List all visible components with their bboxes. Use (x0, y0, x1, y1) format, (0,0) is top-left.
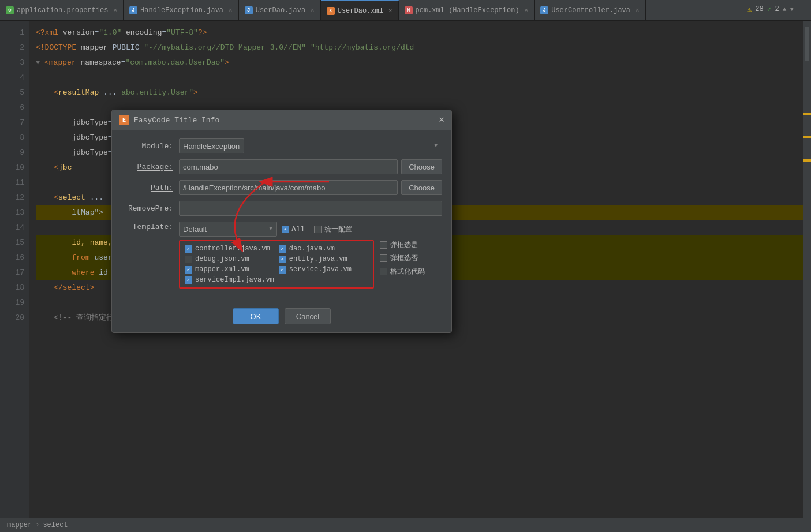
code-line-1: <?xml version="1.0" encoding="UTF-8"?> (36, 25, 811, 40)
status-bar: mapper › select (0, 518, 811, 532)
tanframe-shishi-item: 弹框选是 (380, 240, 425, 250)
all-label: All (291, 225, 305, 234)
tab-handle-exception[interactable]: J HandleException.java × (124, 0, 239, 20)
dao-label: dao.java.vm (289, 245, 335, 253)
tab-icon-userdao-xml: X (327, 7, 335, 15)
chevron-up-icon[interactable]: ▲ (783, 6, 787, 13)
default-select[interactable]: Default (179, 222, 277, 237)
dao-checkbox[interactable] (279, 245, 286, 253)
tab-close-2[interactable]: × (311, 7, 315, 14)
service-checkbox[interactable] (279, 266, 286, 274)
right-options: 统一配置 (314, 224, 352, 234)
format-code-label: 格式化代码 (390, 267, 425, 276)
serviceimpl-checkbox[interactable] (185, 276, 192, 284)
tongyi-peizhi-label: 统一配置 (324, 224, 352, 234)
scrollbar-thumb[interactable] (805, 27, 809, 61)
package-label: Package: (121, 163, 173, 171)
tab-application-properties[interactable]: ⚙ application.properties × (0, 0, 124, 20)
entity-checkbox[interactable] (279, 256, 286, 263)
path-label: Path: (121, 183, 173, 192)
tab-close-4[interactable]: × (525, 7, 529, 14)
warnings-indicator: ⚠ 28 ✓ 2 ▲ ▼ (748, 5, 794, 14)
module-select-wrapper: HandleException (179, 138, 442, 153)
tab-user-controller[interactable]: J UserController.java × (535, 0, 645, 20)
tab-icon-handle: J (129, 6, 137, 14)
all-checkbox[interactable] (282, 226, 289, 233)
template-checkboxes: controller.java.vm dao.java.vm debug.jso… (179, 240, 374, 289)
warning-icon: ⚠ (748, 5, 752, 14)
dialog-title-bar: E EasyCode Title Info ✕ (112, 110, 451, 130)
code-line-5: <resultMap ... abo.entity.User"> (36, 85, 811, 100)
controller-label: controller.java.vm (195, 245, 270, 253)
template-item-serviceimpl: serviceImpl.java.vm (185, 276, 274, 284)
easycode-dialog: E EasyCode Title Info ✕ Module: HandleEx… (111, 110, 452, 333)
tanframe-xuanfou-item: 弹框选否 (380, 253, 425, 263)
service-label: service.java.vm (289, 265, 352, 274)
template-lower-section: controller.java.vm dao.java.vm debug.jso… (179, 240, 442, 289)
format-code-checkbox[interactable] (380, 268, 387, 275)
tanframe-xuanfou-label: 弹框选否 (390, 253, 418, 263)
cancel-button[interactable]: Cancel (285, 308, 331, 324)
breadcrumb-separator: › (35, 521, 39, 529)
controller-checkbox[interactable] (185, 245, 192, 253)
line-numbers: 1 2 3 4 5 6 7 8 9 10 11 12 13 14 15 16 1… (0, 21, 29, 518)
path-input[interactable] (179, 180, 398, 195)
tab-userdao-xml[interactable]: X UserDao.xml × (321, 0, 399, 20)
tab-close-3[interactable]: × (388, 8, 393, 14)
module-label: Module: (121, 142, 173, 151)
path-row: Path: Choose (121, 180, 442, 195)
removepre-label: RemovePre: (121, 204, 173, 213)
removepre-row: RemovePre: (121, 201, 442, 216)
tab-pom-xml[interactable]: M pom.xml (HandleException) × (399, 0, 535, 20)
all-checkbox-wrapper: All (282, 225, 305, 234)
ok-button[interactable]: OK (233, 308, 279, 324)
template-section: Template: Default All 统一配置 (121, 222, 442, 289)
dialog-close-button[interactable]: ✕ (439, 115, 444, 125)
serviceimpl-label: serviceImpl.java.vm (195, 276, 274, 284)
module-select[interactable]: HandleException (179, 138, 244, 153)
tanframe-shishi-checkbox[interactable] (380, 241, 387, 249)
scrollbar[interactable] (803, 21, 811, 518)
template-item-controller: controller.java.vm (185, 245, 274, 253)
code-line-2: <!DOCTYPE mapper PUBLIC "-//mybatis.org/… (36, 40, 811, 55)
dialog-body: Module: HandleException Package: Choose … (112, 130, 451, 302)
template-top-row: Default All 统一配置 (179, 222, 442, 237)
template-item-entity: entity.java.vm (279, 255, 368, 263)
tab-icon-controller: J (540, 6, 548, 14)
debug-label: debug.json.vm (195, 255, 249, 263)
breadcrumb-mapper: mapper (7, 521, 32, 529)
template-item-service: service.java.vm (279, 265, 368, 274)
chevron-down-icon[interactable]: ▼ (790, 6, 794, 13)
tongyi-peizhih-checkbox[interactable] (314, 226, 322, 233)
tab-icon-pom: M (405, 6, 413, 14)
code-line-3: ▼ <mapper namespace="com.mabo.dao.UserDa… (36, 55, 811, 70)
template-item-mapper: mapper.xml.vm (185, 265, 274, 274)
template-content: Default All 统一配置 (179, 222, 442, 289)
template-item-dao: dao.java.vm (279, 245, 368, 253)
tab-userdao-java[interactable]: J UserDao.java × (239, 0, 321, 20)
package-input[interactable] (179, 159, 398, 174)
scrollbar-marker-3 (803, 159, 811, 162)
path-choose-button[interactable]: Choose (401, 180, 442, 195)
tab-close-1[interactable]: × (229, 7, 233, 14)
removepre-input[interactable] (179, 201, 442, 216)
default-select-wrapper: Default (179, 222, 277, 237)
tab-icon-application: ⚙ (6, 6, 14, 14)
scrollbar-marker-2 (803, 136, 811, 138)
tab-icon-userdao-java: J (245, 6, 253, 14)
debug-checkbox[interactable] (185, 256, 192, 263)
template-item-debug: debug.json.vm (185, 255, 274, 263)
tanframe-shishi-label: 弹框选是 (390, 240, 418, 250)
check-icon: ✓ (767, 5, 772, 14)
template-label: Template: (121, 222, 173, 231)
mapper-label: mapper.xml.vm (195, 265, 249, 274)
tab-close-5[interactable]: × (636, 7, 640, 14)
mapper-checkbox[interactable] (185, 266, 192, 274)
tab-close-0[interactable]: × (113, 7, 117, 14)
tanframe-xuanfou-checkbox[interactable] (380, 254, 387, 262)
tab-bar: ⚙ application.properties × J HandleExcep… (0, 0, 811, 21)
dialog-buttons: OK Cancel (112, 302, 451, 332)
entity-label: entity.java.vm (289, 255, 347, 263)
module-row: Module: HandleException (121, 138, 442, 153)
package-choose-button[interactable]: Choose (401, 159, 442, 174)
